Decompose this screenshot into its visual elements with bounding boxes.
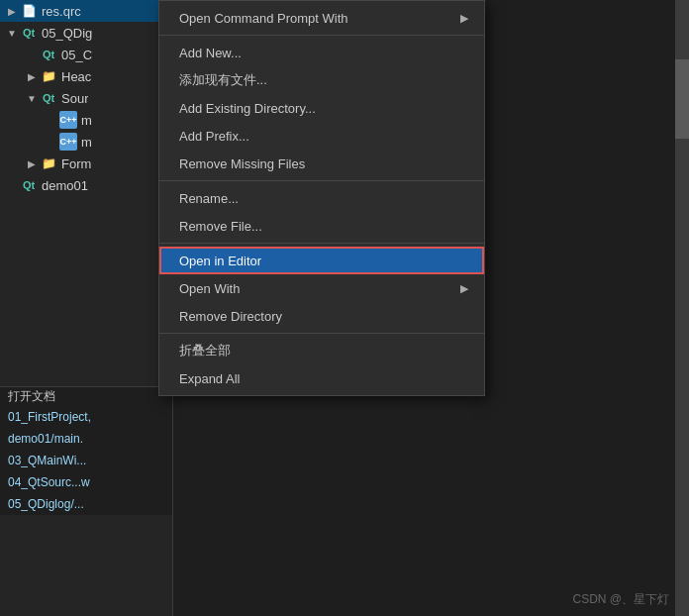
tree-item-sour[interactable]: ▼ Qt Sour <box>0 87 172 109</box>
doc-item-3[interactable]: 04_QtSourc...w <box>0 471 173 493</box>
menu-item-remove-missing[interactable]: Remove Missing Files <box>159 150 484 177</box>
menu-label: Add New... <box>179 46 242 60</box>
menu-label: Remove Directory <box>179 309 282 324</box>
tree-arrow: ▶ <box>24 155 40 171</box>
tree-label: 05_QDig <box>42 26 92 41</box>
doc-item-1[interactable]: demo01/main. <box>0 428 173 450</box>
menu-label: Add Existing Directory... <box>179 101 316 116</box>
menu-separator <box>159 333 484 334</box>
tree-label: demo01 <box>42 178 88 193</box>
menu-item-open-in-editor[interactable]: Open in Editor <box>159 247 484 274</box>
menu-separator <box>159 243 484 244</box>
open-docs-label: 打开文档 <box>0 386 173 406</box>
menu-item-remove-file[interactable]: Remove File... <box>159 212 484 240</box>
tree-item-05-qdig[interactable]: ▼ Qt 05_QDig <box>0 22 172 44</box>
tree-label: Form <box>61 156 91 171</box>
menu-label: Remove File... <box>179 219 262 234</box>
file-tree-panel: ▶ 📄 res.qrc ▼ Qt 05_QDig Qt 05_C ▶ 📁 Hea… <box>0 0 173 616</box>
scrollbar-thumb[interactable] <box>675 59 689 139</box>
menu-label: Expand All <box>179 371 240 386</box>
tree-item-05-c[interactable]: Qt 05_C <box>0 44 172 65</box>
tree-arrow: ▶ <box>4 3 20 19</box>
menu-item-remove-directory[interactable]: Remove Directory <box>159 302 484 330</box>
menu-item-add-existing-dir[interactable]: Add Existing Directory... <box>159 94 484 122</box>
tree-label: m <box>81 135 92 150</box>
tree-arrow <box>4 177 20 193</box>
menu-item-add-new[interactable]: Add New... <box>159 39 484 66</box>
watermark-text: CSDN @、星下灯 <box>572 592 669 606</box>
tree-item-m2[interactable]: C++ m <box>0 131 172 153</box>
tree-label: Sour <box>61 91 88 106</box>
qt-icon: Qt <box>20 176 38 194</box>
tree-item-m1[interactable]: C++ m <box>0 109 172 131</box>
tree-item-form[interactable]: ▶ 📁 Form <box>0 153 172 174</box>
tree-label: 05_C <box>61 48 92 62</box>
menu-label: 折叠全部 <box>179 342 231 359</box>
tree-item-heac[interactable]: ▶ 📁 Heac <box>0 65 172 87</box>
scrollbar[interactable] <box>675 0 689 616</box>
menu-item-open-command-prompt[interactable]: Open Command Prompt With ▶ <box>159 4 484 32</box>
menu-item-rename[interactable]: Rename... <box>159 184 484 212</box>
submenu-arrow: ▶ <box>460 282 468 295</box>
menu-item-expand-all[interactable]: Expand All <box>159 364 484 392</box>
menu-label: Add Prefix... <box>179 129 249 144</box>
qt-icon: Qt <box>40 46 57 63</box>
cpp-icon: C++ <box>59 133 77 151</box>
menu-separator <box>159 180 484 181</box>
folder-red-icon: 📁 <box>40 67 57 85</box>
qt-icon: Qt <box>20 24 38 42</box>
menu-label: Rename... <box>179 191 239 206</box>
menu-item-collapse-all[interactable]: 折叠全部 <box>159 337 484 364</box>
tree-item-demo01[interactable]: Qt demo01 <box>0 174 172 196</box>
tree-arrow <box>24 47 40 62</box>
context-menu: Open Command Prompt With ▶ Add New... 添加… <box>158 0 485 396</box>
tree-arrow <box>44 134 59 150</box>
menu-label: Open Command Prompt With <box>179 11 348 26</box>
open-docs-text: 打开文档 <box>8 388 55 405</box>
tree-arrow: ▼ <box>24 90 40 106</box>
tree-label: m <box>81 113 92 128</box>
doc-item-0[interactable]: 01_FirstProject, <box>0 406 173 428</box>
tree-label: Heac <box>61 69 91 84</box>
qt-icon: Qt <box>40 89 57 107</box>
menu-separator <box>159 35 484 36</box>
submenu-arrow: ▶ <box>460 12 468 25</box>
menu-item-add-prefix[interactable]: Add Prefix... <box>159 122 484 150</box>
menu-item-add-existing-file[interactable]: 添加现有文件... <box>159 66 484 94</box>
menu-label: Remove Missing Files <box>179 156 305 171</box>
tree-arrow: ▶ <box>24 68 40 84</box>
doc-item-4[interactable]: 05_QDiglog/... <box>0 493 173 515</box>
open-docs-list: 01_FirstProject, demo01/main. 03_QMainWi… <box>0 406 173 515</box>
watermark: CSDN @、星下灯 <box>572 591 669 608</box>
menu-item-open-with[interactable]: Open With ▶ <box>159 274 484 302</box>
doc-item-2[interactable]: 03_QMainWi... <box>0 450 173 471</box>
tree-arrow <box>44 112 59 128</box>
menu-label: 添加现有文件... <box>179 71 267 89</box>
tree-arrow: ▼ <box>4 25 20 41</box>
cpp-icon: C++ <box>59 111 77 129</box>
menu-label: Open in Editor <box>179 254 261 268</box>
tree-label: res.qrc <box>42 4 81 19</box>
folder-icon: 📁 <box>40 154 57 172</box>
res-icon: 📄 <box>20 2 38 20</box>
tree-item-res-qrc[interactable]: ▶ 📄 res.qrc <box>0 0 172 22</box>
menu-label: Open With <box>179 281 240 296</box>
